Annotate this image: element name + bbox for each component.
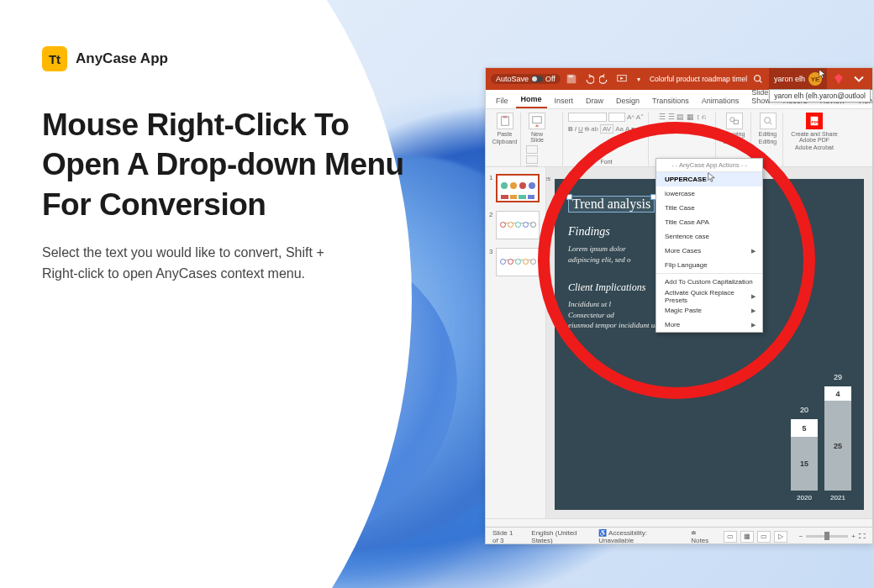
svg-rect-5	[533, 117, 542, 123]
normal-view-icon[interactable]: ▭	[724, 531, 737, 543]
font-group-label: Font	[600, 157, 612, 165]
adobe-pdf-button[interactable]: PDF Create and Share Adobe PDF	[789, 113, 840, 143]
brand-row: Tt AnyCase App	[42, 46, 412, 71]
tab-file[interactable]: File	[491, 93, 513, 108]
context-menu-item[interactable]: Title Case	[656, 201, 762, 215]
submenu-arrow-icon: ▶	[751, 307, 756, 314]
editing-group-label: Editing	[759, 137, 777, 144]
editing-button[interactable]: Editing	[757, 113, 779, 137]
new-slide-button[interactable]: New Slide	[526, 113, 548, 143]
bar-seg-2b: 4	[824, 386, 851, 401]
bar-seg-2a: 25	[824, 401, 851, 491]
toggle-switch-icon[interactable]	[531, 76, 543, 82]
context-menu-item[interactable]: Activate Quick Replace Presets▶	[656, 289, 762, 303]
ribbon-group-slides: New Slide Slides	[523, 113, 563, 166]
status-bar: Slide 1 of 3 English (United States) ♿ A…	[486, 527, 872, 544]
titlebar-cursor-icon	[819, 69, 829, 79]
ribbon-group-adobe: PDF Create and Share Adobe PDF Adobe Acr…	[785, 113, 844, 166]
tab-design[interactable]: Design	[611, 93, 645, 108]
headline: Mouse Right-Click To Open A Drop-down Me…	[42, 105, 412, 224]
zoom-in-icon[interactable]: +	[851, 533, 856, 540]
zoom-control[interactable]: − + ⛶	[799, 533, 866, 540]
search-icon[interactable]	[752, 73, 764, 85]
slide-chart: 15 5 20 2020 25 4 29 2021	[791, 386, 862, 501]
slide-counter: Slide 1 of 3	[492, 529, 519, 544]
context-menu-item[interactable]: Flip Language	[656, 258, 762, 272]
zoom-out-icon[interactable]: −	[799, 533, 803, 540]
submenu-arrow-icon: ▶	[751, 248, 756, 255]
tab-animations[interactable]: Animations	[697, 93, 745, 108]
paste-label: Paste	[498, 131, 513, 137]
context-menu-item[interactable]: Magic Paste▶	[656, 303, 762, 318]
font-size-select[interactable]	[608, 113, 625, 122]
fit-window-icon[interactable]: ⛶	[859, 533, 866, 540]
drawing-group-label: Drawing	[724, 137, 745, 144]
reset-icon[interactable]	[526, 155, 538, 164]
brand-name: AnyCase App	[76, 50, 168, 67]
tab-draw[interactable]: Draw	[581, 93, 608, 108]
context-menu-item[interactable]: More▶	[656, 318, 762, 332]
find-icon	[760, 113, 777, 129]
pdf-icon: PDF	[806, 113, 823, 129]
ribbon-group-clipboard: Paste Clipboard	[489, 113, 521, 166]
notes-button[interactable]: ≐ Notes	[691, 529, 711, 544]
language-status[interactable]: English (United States)	[531, 529, 587, 544]
svg-text:PDF: PDF	[812, 120, 819, 124]
qat-customize-icon[interactable]: ▾	[633, 73, 645, 85]
slide-thumb-2[interactable]: 2	[489, 211, 542, 239]
slideshow-view-icon[interactable]: ▷	[774, 531, 787, 543]
user-name: yaron elh	[774, 75, 805, 83]
autosave-label: AutoSave	[496, 75, 529, 83]
chart-bar-2021: 25 4 29	[824, 386, 851, 491]
autosave-toggle[interactable]: AutoSave Off	[491, 74, 561, 84]
user-tooltip: yaron elh (elh.yaron@outlool	[769, 89, 871, 102]
present-icon[interactable]	[616, 73, 628, 85]
drawing-button[interactable]: Drawing	[724, 113, 745, 137]
editing-label: Editing	[759, 131, 777, 137]
save-icon[interactable]	[566, 73, 577, 85]
ruby-icon[interactable]	[832, 72, 845, 86]
slide-thumb-1[interactable]: 1	[489, 174, 542, 202]
thumb-num-2: 2	[489, 211, 492, 239]
overflow-icon[interactable]	[850, 71, 867, 87]
sorter-view-icon[interactable]: ▦	[740, 531, 754, 543]
svg-point-2	[755, 76, 761, 81]
context-menu-item[interactable]: Sentence case	[656, 229, 762, 244]
clipboard-group-label: Clipboard	[492, 137, 518, 144]
document-title: Colorful product roadmap timeline - Powe…	[650, 75, 747, 83]
reading-view-icon[interactable]: ▭	[757, 531, 771, 543]
tab-home[interactable]: Home	[516, 92, 547, 108]
subtext: Select the text you would like to conver…	[42, 243, 345, 285]
chart-bar-2020: 15 5 20	[791, 419, 818, 491]
paste-button[interactable]: Paste	[494, 113, 516, 137]
undo-icon[interactable]	[582, 73, 594, 85]
new-slide-label: New Slide	[526, 131, 548, 143]
bar-total-2: 29	[824, 373, 851, 381]
accessibility-status[interactable]: ♿ Accessibility: Unavailable	[598, 529, 667, 544]
shapes-icon	[726, 113, 743, 129]
thumb-num-3: 3	[489, 248, 492, 276]
tab-transitions[interactable]: Transitions	[647, 93, 694, 108]
context-menu-item[interactable]: Add To Custom Capitalization	[656, 275, 762, 289]
selected-text-box[interactable]: Trend analysis	[568, 196, 655, 213]
layout-icon[interactable]	[526, 145, 538, 154]
redo-icon[interactable]	[599, 73, 611, 85]
slide-thumb-3[interactable]: 3	[489, 248, 542, 276]
tab-insert[interactable]: Insert	[550, 93, 579, 108]
font-family-select[interactable]	[568, 113, 607, 122]
thumbnail-pane[interactable]: 1 2 3	[486, 167, 546, 518]
clipboard-icon	[497, 113, 513, 129]
context-menu-item[interactable]: More Cases▶	[656, 244, 762, 258]
titlebar: AutoSave Off ▾ Colorful product roadmap …	[486, 68, 872, 90]
bar-year-1: 2020	[791, 491, 818, 501]
context-menu-item[interactable]: lowercase	[656, 186, 762, 201]
anycase-context-menu: - - AnyCase App Actions - - UPPERCASElow…	[656, 158, 763, 333]
new-slide-icon	[529, 113, 545, 129]
adobe-group-label: Adobe Acrobat	[795, 143, 834, 150]
bar-total-1: 20	[791, 406, 818, 414]
context-menu-header: - - AnyCase App Actions - -	[656, 159, 762, 172]
zoom-slider[interactable]	[806, 535, 848, 538]
bar-seg-1a: 15	[791, 437, 818, 491]
context-menu-item[interactable]: Title Case APA	[656, 215, 762, 229]
submenu-arrow-icon: ▶	[751, 322, 756, 328]
